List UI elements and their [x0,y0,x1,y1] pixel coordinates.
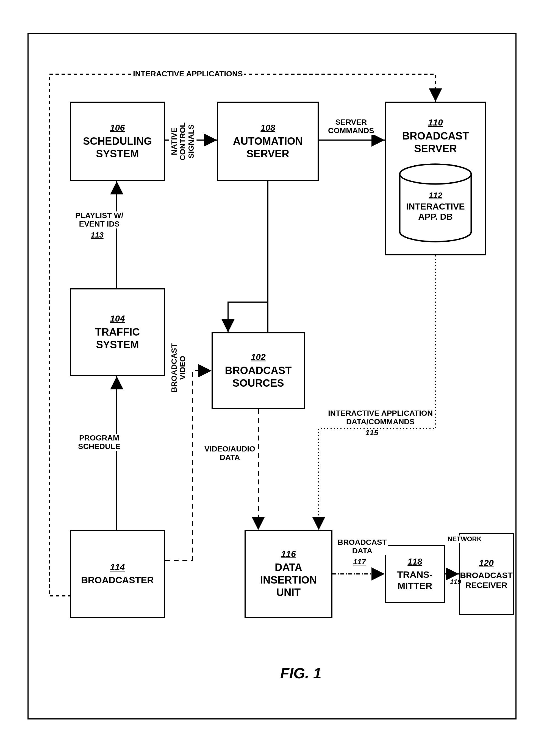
broadcast-receiver-box: 120 BROADCAST RECEIVER [459,533,514,615]
scheduling-label: SCHEDULING SYSTEM [83,135,152,160]
automation-label: AUTOMATION SERVER [233,135,303,160]
broadcast-data-label: BROADCAST DATA [337,538,388,555]
automation-num: 108 [260,123,275,133]
data-insertion-num: 116 [281,549,296,559]
broadcaster-label: BROADCASTER [81,574,153,586]
traffic-system-box: 104 TRAFFIC SYSTEM [70,288,165,376]
traffic-num: 104 [110,314,125,324]
network-num: 119 [450,578,461,586]
scheduling-num: 106 [110,123,125,133]
broadcast-sources-num: 102 [251,352,265,362]
app-db-label: INTERACTIVE APP. DB [397,202,474,222]
broadcast-video-label: BROADCAST VIDEO [169,343,188,392]
data-insertion-label: DATA INSERTION UNIT [260,561,317,599]
server-commands-label: SERVER COMMANDS [327,118,375,135]
transmitter-box: 118 TRANS- MITTER [385,545,445,603]
data-insertion-box: 116 DATA INSERTION UNIT [244,530,333,618]
broadcaster-num: 114 [110,562,125,572]
interactive-app-data-label: INTERACTIVE APPLICATION DATA/COMMANDS [327,409,434,426]
interactive-app-data-num: 115 [366,428,378,437]
app-db-num: 112 [397,191,474,200]
interactive-apps-label: INTERACTIVE APPLICATIONS [132,70,244,78]
figure-label: FIG. 1 [280,665,322,682]
video-audio-label: VIDEO/AUDIO DATA [203,445,256,462]
transmitter-label: TRANS- MITTER [397,569,433,592]
broadcaster-box: 114 BROADCASTER [70,530,165,618]
broadcast-receiver-num: 120 [479,558,493,568]
transmitter-num: 118 [408,557,422,567]
broadcast-data-num: 117 [353,557,366,566]
broadcast-server-box: 110 BROADCAST SERVER 112 INTERACTIVE APP… [385,102,486,255]
playlist-label: PLAYLIST W/ EVENT IDS [74,211,124,228]
broadcast-server-num: 110 [428,118,443,128]
scheduling-system-box: 106 SCHEDULING SYSTEM [70,102,165,181]
network-label: NETWORK [447,535,483,543]
traffic-label: TRAFFIC SYSTEM [95,326,140,351]
broadcast-server-label: BROADCAST SERVER [402,130,469,155]
svg-point-1 [400,164,471,184]
native-control-label: NATIVE CONTROL SIGNALS [169,121,196,162]
broadcast-sources-box: 102 BROADCAST SOURCES [211,332,305,409]
broadcast-sources-label: BROADCAST SOURCES [225,364,292,389]
broadcast-receiver-label: BROADCAST RECEIVER [460,570,513,590]
program-schedule-label: PROGRAM SCHEDULE [77,434,121,451]
app-db-cylinder: 112 INTERACTIVE APP. DB [397,163,474,243]
playlist-num: 113 [91,231,104,239]
automation-server-box: 108 AUTOMATION SERVER [217,102,319,181]
